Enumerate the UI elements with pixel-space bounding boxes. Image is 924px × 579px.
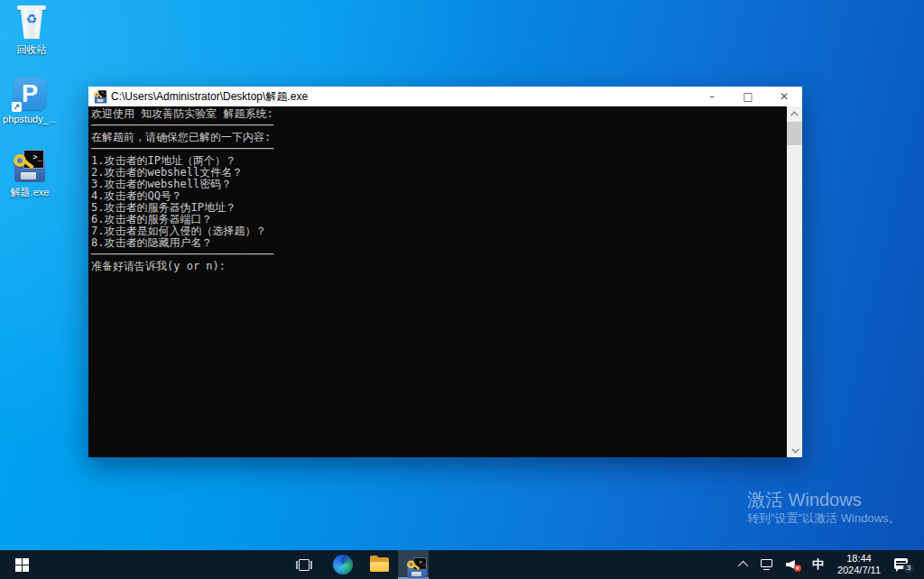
desktop-icon-label: phpstudy_...: [3, 114, 57, 124]
scrollbar-up-arrow-icon[interactable]: [787, 106, 802, 122]
notification-icon: 3: [894, 557, 910, 572]
file-explorer-button[interactable]: [363, 550, 395, 579]
close-button[interactable]: ✕: [766, 87, 802, 106]
activation-title: 激活 Windows: [747, 489, 901, 510]
tray-ime-indicator[interactable]: 中: [806, 550, 830, 579]
desktop-icon-recycle-bin[interactable]: ♻ 回收站: [0, 5, 63, 57]
phpstudy-icon: P ↗: [14, 78, 46, 110]
console-line: 准备好请告诉我(y or n):: [91, 261, 784, 272]
system-tray: ✕ 中 18:44 2024/7/11 3: [735, 550, 920, 579]
tray-notifications[interactable]: 3: [888, 550, 920, 579]
recycle-bin-icon: ♻: [17, 5, 46, 40]
console-body[interactable]: 欢迎使用 知攻善防实验室 解题系统:──────────────────────…: [88, 106, 802, 457]
task-view-icon: [297, 559, 311, 571]
chevron-up-icon: [738, 561, 748, 571]
activation-subtitle: 转到"设置"以激活 Windows。: [747, 510, 901, 527]
tray-network[interactable]: [754, 550, 780, 579]
shortcut-arrow-icon: ↗: [12, 102, 22, 112]
notification-badge: 3: [903, 563, 914, 574]
tray-volume-muted[interactable]: ✕: [780, 550, 806, 579]
start-button[interactable]: [0, 550, 43, 579]
tray-show-hidden-icons[interactable]: [735, 550, 754, 579]
taskbar-app-jieti-active[interactable]: >_: [398, 550, 429, 579]
activation-watermark: 激活 Windows 转到"设置"以激活 Windows。: [747, 489, 901, 527]
scrollbar-thumb[interactable]: [787, 122, 802, 145]
taskbar: >_ ✕ 中 18:44 2024/7/11: [0, 550, 924, 579]
windows-logo-icon: [15, 558, 29, 572]
network-icon: [761, 559, 773, 570]
window-title: C:\Users\Administrator\Desktop\解题.exe: [111, 89, 308, 105]
tray-time: 18:44: [837, 553, 881, 565]
scrollbar-down-arrow-icon[interactable]: [787, 442, 802, 457]
jieti-exe-icon: >_: [13, 150, 47, 182]
desktop: { "desktop": { "icons": { "recycle_bin":…: [0, 0, 924, 579]
volume-muted-icon: ✕: [786, 559, 799, 570]
desktop-icon-label: 解题.exe: [11, 186, 50, 199]
folder-icon: [370, 557, 389, 572]
window-title-icon: >_: [94, 90, 99, 96]
desktop-icon-jieti-exe[interactable]: >_ 解题.exe: [0, 150, 61, 199]
desktop-icon-phpstudy[interactable]: P ↗ phpstudy_...: [0, 78, 61, 124]
minimize-button[interactable]: –: [694, 87, 730, 106]
maximize-button[interactable]: □: [730, 87, 766, 106]
edge-browser-button[interactable]: [327, 550, 359, 579]
console-line: 3.攻击者的webshell密码？: [91, 179, 784, 190]
tray-clock[interactable]: 18:44 2024/7/11: [830, 553, 888, 576]
window-titlebar[interactable]: >_ C:\Users\Administrator\Desktop\解题.exe…: [88, 87, 802, 106]
console-scrollbar[interactable]: [787, 106, 802, 457]
jieti-exe-icon: >_: [406, 557, 420, 570]
edge-icon: [333, 555, 353, 574]
task-view-button[interactable]: [289, 550, 319, 579]
console-window: >_ C:\Users\Administrator\Desktop\解题.exe…: [88, 87, 802, 457]
tray-date: 2024/7/11: [837, 565, 881, 576]
desktop-icon-label: 回收站: [17, 43, 47, 57]
console-output: 欢迎使用 知攻善防实验室 解题系统:──────────────────────…: [91, 108, 784, 272]
